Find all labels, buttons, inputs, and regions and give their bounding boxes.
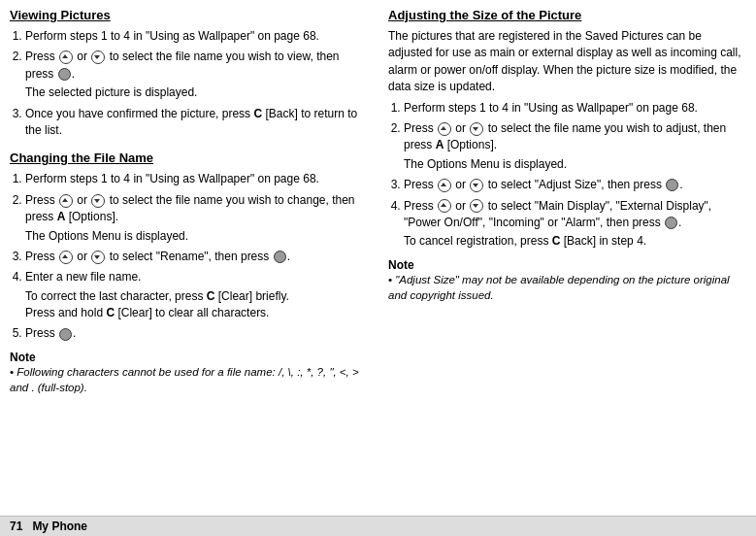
up-icon bbox=[59, 194, 73, 208]
down-icon bbox=[91, 194, 105, 208]
adjusting-size-section: Adjusting the Size of the Picture The pi… bbox=[388, 8, 746, 251]
list-item: Press or to select "Main Display", "Exte… bbox=[404, 198, 746, 251]
changing-filename-section: Changing the File Name Perform steps 1 t… bbox=[10, 151, 369, 343]
list-item: Perform steps 1 to 4 in "Using as Wallpa… bbox=[25, 28, 369, 45]
left-note-title: Note bbox=[10, 351, 369, 364]
cfn-step4-indent: To correct the last character, press C [… bbox=[25, 288, 369, 322]
list-item: Press or to select the file name you wis… bbox=[404, 120, 746, 173]
center-button-icon bbox=[274, 251, 286, 263]
adjusting-size-title: Adjusting the Size of the Picture bbox=[388, 8, 746, 22]
down-icon bbox=[470, 199, 483, 213]
footer-label: My Phone bbox=[32, 519, 87, 533]
right-note-title: Note bbox=[388, 258, 746, 272]
viewing-pictures-title: Viewing Pictures bbox=[10, 8, 369, 22]
center-button-icon bbox=[665, 217, 677, 229]
center-button-icon bbox=[59, 328, 72, 341]
step3-left-text: Once you have confirmed the picture, pre… bbox=[25, 107, 357, 137]
step2-left-or: or bbox=[74, 50, 90, 63]
list-item: Press or to select the file name you wis… bbox=[25, 49, 369, 101]
cfn-step2-indent: The Options Menu is displayed. bbox=[25, 228, 369, 245]
adjusting-size-intro: The pictures that are registered in the … bbox=[388, 28, 746, 96]
step2-left-press: Press bbox=[25, 50, 58, 63]
footer-bar: 71 My Phone bbox=[0, 516, 756, 536]
adj-step4-indent: To cancel registration, press C [Back] i… bbox=[404, 233, 746, 250]
right-note-section: Note • "Adjust Size" may not be availabl… bbox=[388, 258, 746, 303]
cfn-step2-press: Press bbox=[25, 193, 58, 207]
up-icon bbox=[59, 251, 73, 264]
right-note-text: • "Adjust Size" may not be available dep… bbox=[388, 272, 746, 303]
adj-step2-indent: The Options Menu is displayed. bbox=[404, 156, 746, 173]
left-note-section: Note • Following characters cannot be us… bbox=[10, 351, 369, 395]
center-button-icon bbox=[666, 179, 678, 191]
list-item: Press or to select the file name you wis… bbox=[25, 192, 369, 245]
step1-left-text: Perform steps 1 to 4 in "Using as Wallpa… bbox=[25, 29, 319, 43]
center-button-icon bbox=[58, 68, 71, 81]
list-item: Enter a new file name. To correct the la… bbox=[25, 269, 369, 321]
list-item: Once you have confirmed the picture, pre… bbox=[25, 106, 369, 140]
footer-page-number: 71 bbox=[10, 519, 22, 533]
down-icon bbox=[470, 122, 483, 136]
up-icon bbox=[438, 179, 451, 192]
changing-filename-title: Changing the File Name bbox=[10, 151, 369, 165]
list-item: Perform steps 1 to 4 in "Using as Wallpa… bbox=[25, 171, 369, 187]
list-item: Press or to select "Adjust Size", then p… bbox=[404, 177, 746, 193]
list-item: Press or to select "Rename", then press … bbox=[25, 249, 369, 265]
left-note-text: • Following characters cannot be used fo… bbox=[10, 364, 369, 395]
up-icon bbox=[59, 50, 73, 64]
step2-left-indent: The selected picture is displayed. bbox=[25, 84, 369, 101]
cfn-step1-text: Perform steps 1 to 4 in "Using as Wallpa… bbox=[25, 172, 319, 185]
right-column: Adjusting the Size of the Picture The pi… bbox=[388, 8, 746, 508]
down-icon bbox=[470, 179, 483, 192]
list-item: Perform steps 1 to 4 in "Using as Wallpa… bbox=[404, 100, 746, 117]
down-icon bbox=[91, 50, 105, 64]
up-icon bbox=[438, 122, 451, 136]
viewing-pictures-section: Viewing Pictures Perform steps 1 to 4 in… bbox=[10, 8, 369, 139]
up-icon bbox=[438, 199, 451, 213]
left-column: Viewing Pictures Perform steps 1 to 4 in… bbox=[10, 8, 369, 508]
list-item: Press . bbox=[25, 325, 369, 342]
down-icon bbox=[91, 251, 105, 264]
